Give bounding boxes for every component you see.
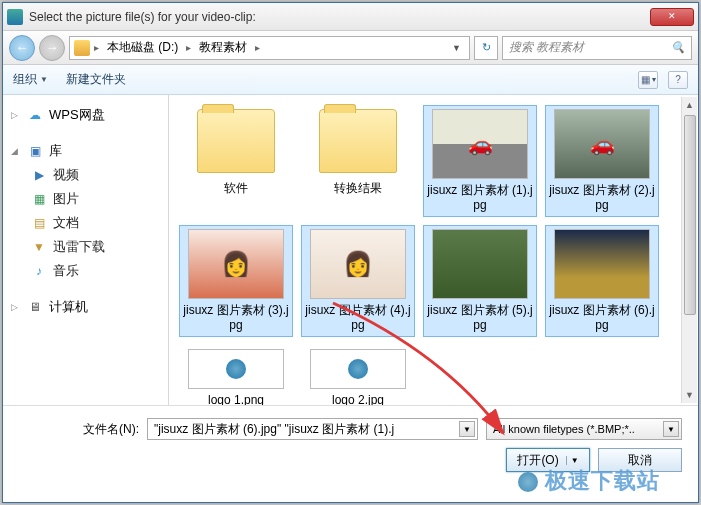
file-name: jisuxz 图片素材 (4).jpg <box>303 303 413 333</box>
view-options-button[interactable]: ▦▾ <box>638 71 658 89</box>
file-item[interactable]: logo 1.png <box>179 345 293 405</box>
filename-input[interactable]: "jisuxz 图片素材 (6).jpg" "jisuxz 图片素材 (1).j… <box>147 418 478 440</box>
folder-item[interactable]: 软件 <box>179 105 293 217</box>
close-button[interactable] <box>650 8 694 26</box>
cloud-icon: ☁ <box>27 107 43 123</box>
image-thumbnail <box>188 349 284 389</box>
filename-value: "jisuxz 图片素材 (6).jpg" "jisuxz 图片素材 (1).j <box>154 421 394 438</box>
sidebar-label: 图片 <box>53 190 79 208</box>
file-name: 转换结果 <box>303 181 413 196</box>
drive-icon <box>74 40 90 56</box>
file-item[interactable]: 🚗 jisuxz 图片素材 (2).jpg <box>545 105 659 217</box>
sidebar-item-computer[interactable]: ▷ 🖥 计算机 <box>9 295 162 319</box>
titlebar: Select the picture file(s) for your vide… <box>3 3 698 31</box>
file-name: logo 2.jpg <box>303 393 413 405</box>
file-item[interactable]: jisuxz 图片素材 (6).jpg <box>545 225 659 337</box>
sidebar-label: 库 <box>49 142 62 160</box>
bottom-bar: 文件名(N): "jisuxz 图片素材 (6).jpg" "jisuxz 图片… <box>3 405 698 480</box>
chevron-down-icon: ▼ <box>40 75 48 84</box>
sidebar-item-library[interactable]: ◢ ▣ 库 <box>9 139 162 163</box>
file-item[interactable]: logo 2.jpg <box>301 345 415 405</box>
collapse-icon: ◢ <box>11 146 21 156</box>
image-thumbnail: 👩 <box>310 229 406 299</box>
file-name: jisuxz 图片素材 (6).jpg <box>547 303 657 333</box>
chevron-right-icon: ▸ <box>253 42 262 53</box>
dropdown-icon[interactable]: ▼ <box>663 421 679 437</box>
search-input[interactable]: 搜索 教程素材 🔍 <box>502 36 692 60</box>
video-icon: ▶ <box>31 167 47 183</box>
sidebar-item-xunlei[interactable]: ▼ 迅雷下载 <box>9 235 162 259</box>
file-name: jisuxz 图片素材 (2).jpg <box>547 183 657 213</box>
search-icon: 🔍 <box>671 41 685 54</box>
refresh-button[interactable]: ↻ <box>474 36 498 60</box>
sidebar-item-wps[interactable]: ▷ ☁ WPS网盘 <box>9 103 162 127</box>
chevron-right-icon: ▸ <box>92 42 101 53</box>
image-thumbnail <box>554 229 650 299</box>
organize-menu[interactable]: 组织 ▼ <box>13 71 48 88</box>
expand-icon: ▷ <box>11 302 21 312</box>
scroll-up-icon[interactable]: ▲ <box>682 97 697 113</box>
file-name: jisuxz 图片素材 (1).jpg <box>425 183 535 213</box>
folder-icon <box>197 109 275 173</box>
breadcrumb-folder[interactable]: 教程素材 <box>195 39 251 56</box>
image-thumbnail: 🚗 <box>432 109 528 179</box>
sidebar-label: 计算机 <box>49 298 88 316</box>
organize-label: 组织 <box>13 71 37 88</box>
file-name: jisuxz 图片素材 (3).jpg <box>181 303 291 333</box>
breadcrumb[interactable]: ▸ 本地磁盘 (D:) ▸ 教程素材 ▸ ▼ <box>69 36 470 60</box>
library-icon: ▣ <box>27 143 43 159</box>
dropdown-icon[interactable]: ▼ <box>459 421 475 437</box>
help-button[interactable]: ? <box>668 71 688 89</box>
scroll-down-icon[interactable]: ▼ <box>682 387 697 403</box>
file-item[interactable]: 🚗 jisuxz 图片素材 (1).jpg <box>423 105 537 217</box>
back-button[interactable]: ← <box>9 35 35 61</box>
file-item[interactable]: 👩 jisuxz 图片素材 (4).jpg <box>301 225 415 337</box>
open-label: 打开(O) <box>517 452 558 469</box>
navigation-bar: ← → ▸ 本地磁盘 (D:) ▸ 教程素材 ▸ ▼ ↻ 搜索 教程素材 🔍 <box>3 31 698 65</box>
file-item[interactable]: 👩 jisuxz 图片素材 (3).jpg <box>179 225 293 337</box>
sidebar-item-video[interactable]: ▶ 视频 <box>9 163 162 187</box>
vertical-scrollbar[interactable]: ▲ ▼ <box>681 97 697 403</box>
breadcrumb-drive[interactable]: 本地磁盘 (D:) <box>103 39 182 56</box>
toolbar: 组织 ▼ 新建文件夹 ▦▾ ? <box>3 65 698 95</box>
file-name: logo 1.png <box>181 393 291 405</box>
sidebar-label: WPS网盘 <box>49 106 105 124</box>
open-button[interactable]: 打开(O) ▼ <box>506 448 590 472</box>
sidebar-item-music[interactable]: ♪ 音乐 <box>9 259 162 283</box>
image-thumbnail <box>310 349 406 389</box>
sidebar-label: 音乐 <box>53 262 79 280</box>
sidebar-item-pictures[interactable]: ▦ 图片 <box>9 187 162 211</box>
music-icon: ♪ <box>31 263 47 279</box>
folder-icon <box>319 109 397 173</box>
file-item[interactable]: jisuxz 图片素材 (5).jpg <box>423 225 537 337</box>
image-thumbnail: 👩 <box>188 229 284 299</box>
app-icon <box>7 9 23 25</box>
file-list: 软件 转换结果 🚗 jisuxz 图片素材 (1).jpg 🚗 jisuxz 图… <box>169 95 698 405</box>
new-folder-button[interactable]: 新建文件夹 <box>66 71 126 88</box>
image-thumbnail <box>432 229 528 299</box>
file-dialog-window: Select the picture file(s) for your vide… <box>2 2 699 503</box>
filetype-dropdown[interactable]: All known filetypes (*.BMP;*.. ▼ <box>486 418 682 440</box>
expand-icon: ▷ <box>11 110 21 120</box>
folder-item[interactable]: 转换结果 <box>301 105 415 217</box>
computer-icon: 🖥 <box>27 299 43 315</box>
cancel-button[interactable]: 取消 <box>598 448 682 472</box>
breadcrumb-dropdown[interactable]: ▼ <box>448 43 465 53</box>
image-thumbnail: 🚗 <box>554 109 650 179</box>
download-icon: ▼ <box>31 239 47 255</box>
dialog-body: ▷ ☁ WPS网盘 ◢ ▣ 库 ▶ 视频 ▦ 图片 <box>3 95 698 405</box>
window-title: Select the picture file(s) for your vide… <box>29 10 650 24</box>
document-icon: ▤ <box>31 215 47 231</box>
file-name: 软件 <box>181 181 291 196</box>
forward-button[interactable]: → <box>39 35 65 61</box>
chevron-right-icon: ▸ <box>184 42 193 53</box>
sidebar-label: 视频 <box>53 166 79 184</box>
sidebar-item-documents[interactable]: ▤ 文档 <box>9 211 162 235</box>
picture-icon: ▦ <box>31 191 47 207</box>
sidebar-label: 迅雷下载 <box>53 238 105 256</box>
search-placeholder: 搜索 教程素材 <box>509 39 584 56</box>
sidebar-label: 文档 <box>53 214 79 232</box>
filetype-value: All known filetypes (*.BMP;*.. <box>493 423 635 435</box>
scrollbar-thumb[interactable] <box>684 115 696 315</box>
chevron-down-icon: ▼ <box>566 456 579 465</box>
